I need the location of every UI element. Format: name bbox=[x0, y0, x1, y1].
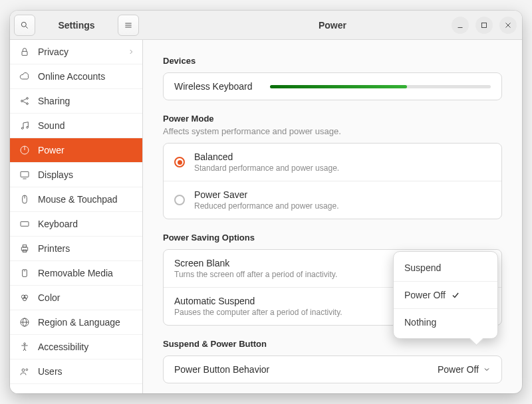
popover-label: Power Off bbox=[404, 290, 446, 300]
sidebar-item-label: Power bbox=[38, 145, 65, 155]
sidebar-item-removable-media[interactable]: Removable Media bbox=[10, 261, 142, 286]
svg-point-12 bbox=[27, 103, 29, 105]
svg-point-10 bbox=[21, 100, 23, 102]
power-button-behavior-popover: Suspend Power Off Nothing bbox=[393, 251, 498, 339]
dropdown-value: Power Off bbox=[438, 364, 479, 375]
power-mode-card: Balanced Standard performance and power … bbox=[163, 143, 502, 219]
popover-label: Suspend bbox=[404, 262, 441, 273]
sidebar-item-label: Online Accounts bbox=[38, 71, 105, 82]
sidebar-item-label: Accessibility bbox=[38, 342, 88, 352]
printer-icon bbox=[19, 243, 30, 254]
removable-media-icon bbox=[19, 268, 30, 278]
sidebar-item-privacy[interactable]: Privacy bbox=[10, 40, 142, 64]
power-mode-saver[interactable]: Power Saver Reduced performance and powe… bbox=[164, 181, 501, 219]
sidebar-item-mouse-touchpad[interactable]: Mouse & Touchpad bbox=[10, 187, 142, 212]
svg-line-14 bbox=[23, 102, 26, 104]
window-controls bbox=[452, 17, 517, 34]
svg-rect-23 bbox=[21, 222, 29, 227]
sidebar-item-sound[interactable]: Sound bbox=[10, 114, 142, 138]
sidebar-item-label: Sound bbox=[38, 120, 65, 131]
radio-balanced[interactable] bbox=[174, 157, 185, 167]
sidebar-item-accessibility[interactable]: Accessibility bbox=[10, 335, 142, 359]
accessibility-icon bbox=[19, 342, 30, 352]
chevron-right-icon bbox=[128, 47, 134, 57]
mouse-icon bbox=[19, 194, 30, 205]
globe-icon bbox=[19, 317, 30, 328]
maximize-icon bbox=[479, 21, 489, 30]
sidebar-item-label: Color bbox=[38, 292, 60, 303]
battery-level-bar bbox=[270, 85, 491, 88]
hamburger-menu-button[interactable] bbox=[118, 15, 139, 36]
sidebar-item-label: Mouse & Touchpad bbox=[38, 194, 118, 205]
titlebar-right: Power bbox=[143, 11, 522, 39]
sidebar-item-label: Removable Media bbox=[38, 268, 113, 278]
sidebar-item-users[interactable]: Users bbox=[10, 359, 142, 384]
radio-power-saver[interactable] bbox=[174, 195, 185, 205]
share-icon bbox=[19, 96, 30, 106]
sidebar-item-label: Keyboard bbox=[38, 219, 78, 229]
option-title: Balanced bbox=[194, 152, 491, 162]
section-title-devices: Devices bbox=[163, 56, 502, 66]
row-title: Power Button Behavior bbox=[174, 364, 428, 375]
close-button[interactable] bbox=[499, 17, 517, 34]
sidebar-title: Settings bbox=[39, 20, 114, 31]
sidebar-item-online-accounts[interactable]: Online Accounts bbox=[10, 64, 142, 89]
devices-card: Wireless Keyboard bbox=[163, 72, 502, 100]
suspend-button-card: Power Button Behavior Power Off bbox=[163, 355, 502, 383]
minimize-button[interactable] bbox=[452, 17, 469, 34]
svg-line-1 bbox=[26, 26, 28, 28]
option-subtitle: Standard performance and power usage. bbox=[194, 163, 491, 173]
chevron-down-icon bbox=[483, 365, 491, 373]
search-button[interactable] bbox=[14, 15, 35, 36]
keyboard-icon bbox=[19, 219, 30, 229]
sidebar-item-region-language[interactable]: Region & Language bbox=[10, 310, 142, 335]
sidebar-item-displays[interactable]: Displays bbox=[10, 163, 142, 187]
svg-line-13 bbox=[23, 99, 26, 101]
power-button-behavior-row[interactable]: Power Button Behavior Power Off bbox=[164, 356, 501, 383]
svg-point-39 bbox=[22, 369, 25, 371]
sidebar-item-printers[interactable]: Printers bbox=[10, 237, 142, 261]
option-title: Power Saver bbox=[194, 189, 491, 200]
section-title-suspend-button: Suspend & Power Button bbox=[163, 339, 502, 349]
section-subtitle-power-mode: Affects system performance and power usa… bbox=[163, 126, 502, 136]
displays-icon bbox=[19, 169, 30, 180]
color-icon bbox=[19, 292, 30, 303]
sidebar-item-label: Sharing bbox=[38, 96, 70, 106]
power-icon bbox=[19, 145, 30, 155]
window-body: Privacy Online Accounts Sharing Sound Po… bbox=[10, 40, 522, 393]
maximize-button[interactable] bbox=[475, 17, 493, 34]
sidebar[interactable]: Privacy Online Accounts Sharing Sound Po… bbox=[10, 40, 143, 393]
page-title: Power bbox=[319, 20, 346, 31]
device-name: Wireless Keyboard bbox=[174, 81, 261, 92]
sidebar-item-label: Privacy bbox=[38, 47, 68, 57]
svg-rect-19 bbox=[21, 171, 29, 177]
users-icon bbox=[19, 366, 30, 377]
content-panel[interactable]: Devices Wireless Keyboard Power Mode Aff… bbox=[143, 40, 522, 393]
device-row-wireless-keyboard: Wireless Keyboard bbox=[164, 73, 501, 100]
power-mode-balanced[interactable]: Balanced Standard performance and power … bbox=[164, 144, 501, 181]
section-title-power-saving: Power Saving Options bbox=[163, 233, 502, 243]
sidebar-item-keyboard[interactable]: Keyboard bbox=[10, 212, 142, 237]
sidebar-item-power[interactable]: Power bbox=[10, 138, 142, 163]
popover-option-suspend[interactable]: Suspend bbox=[394, 254, 497, 281]
hamburger-icon bbox=[124, 21, 133, 30]
sidebar-item-label: Region & Language bbox=[38, 317, 120, 328]
svg-rect-9 bbox=[22, 51, 27, 55]
svg-rect-27 bbox=[21, 247, 27, 251]
battery-level-fill bbox=[270, 85, 407, 88]
sidebar-item-label: Printers bbox=[38, 243, 70, 254]
option-subtitle: Reduced performance and power usage. bbox=[194, 201, 491, 211]
sidebar-item-color[interactable]: Color bbox=[10, 286, 142, 310]
close-icon bbox=[503, 21, 513, 30]
popover-option-power-off[interactable]: Power Off bbox=[394, 281, 497, 308]
power-button-behavior-value[interactable]: Power Off bbox=[438, 364, 491, 375]
titlebar: Settings Power bbox=[10, 11, 522, 40]
svg-point-16 bbox=[27, 126, 29, 128]
svg-point-40 bbox=[26, 369, 28, 371]
popover-label: Nothing bbox=[404, 317, 436, 328]
titlebar-left: Settings bbox=[10, 11, 143, 39]
svg-rect-6 bbox=[482, 23, 487, 27]
cloud-icon bbox=[19, 71, 30, 82]
popover-option-nothing[interactable]: Nothing bbox=[394, 308, 497, 336]
sidebar-item-sharing[interactable]: Sharing bbox=[10, 89, 142, 114]
